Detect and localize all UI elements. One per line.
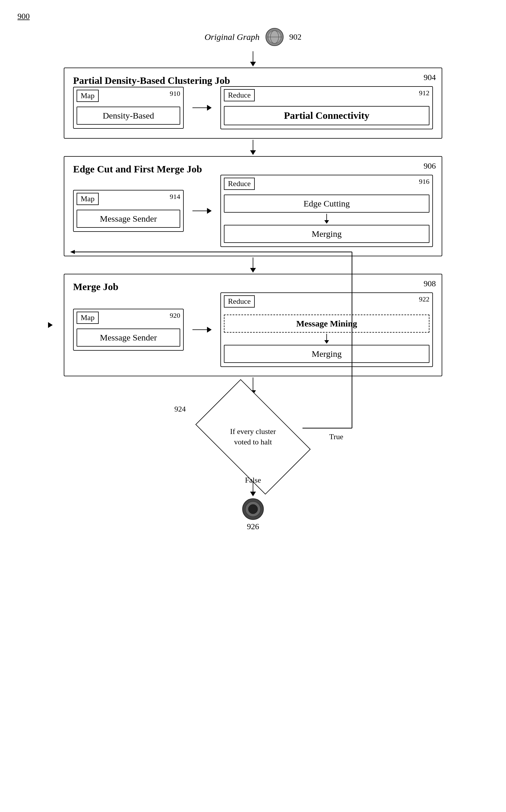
end-ref: 926	[247, 522, 259, 531]
job3-map-label: Map	[77, 312, 99, 324]
decision-ref: 924	[174, 405, 186, 414]
job3-map-inner: Message Sender	[77, 329, 180, 346]
job3-title: Merge Job	[73, 281, 118, 292]
start-circle-icon	[264, 27, 285, 47]
start-label: Original Graph	[204, 32, 259, 42]
job1-reduce-label: Reduce	[224, 89, 255, 101]
job3-map-reduce-row: Map 920 Message Sender Reduce 922 Messag…	[73, 293, 433, 367]
job2-map-box: Map 914 Message Sender	[73, 190, 184, 232]
job2-arrow-right	[192, 208, 212, 214]
flowchart: Original Graph 902 Partial Density-Based…	[64, 27, 442, 531]
job2-title: Edge Cut and First Merge Job	[73, 164, 202, 174]
decision-section: 924 If every cluster voted to halt True …	[64, 402, 442, 472]
job2-inner-arrow	[224, 214, 429, 224]
job1-box: Partial Density-Based Clustering Job 904…	[64, 68, 442, 139]
job1-reduce-ref: 912	[419, 89, 429, 97]
feedback-arrow-tip	[48, 322, 53, 328]
job3-map-ref: 920	[170, 312, 180, 320]
job1-reduce-inner: Partial Connectivity	[224, 106, 429, 125]
job3-reduce-box: Reduce 922 Message Mining Merging	[221, 293, 433, 367]
job1-reduce-box: Reduce 912 Partial Connectivity	[221, 86, 433, 129]
job3-reduce-ref: 922	[419, 295, 429, 303]
diagram-ref: 900	[17, 12, 489, 21]
job2-map-inner: Message Sender	[77, 210, 180, 228]
job2-reduce-ref: 916	[419, 178, 429, 185]
start-node: Original Graph 902	[204, 27, 301, 47]
job3-map-box: Map 920 Message Sender	[73, 309, 184, 351]
job1-map-reduce-row: Map 910 Density-Based Reduce 912 Partial…	[73, 86, 433, 129]
job1-map-box: Map 910 Density-Based	[73, 87, 184, 129]
job2-reduce-inner2: Merging	[224, 225, 429, 243]
job1-ref: 904	[424, 73, 436, 82]
job1-map-label: Map	[77, 90, 99, 102]
job2-reduce-label: Reduce	[224, 178, 255, 190]
job2-reduce-inner1: Edge Cutting	[224, 194, 429, 213]
end-node: 926	[241, 497, 265, 531]
job3-wrapper: Merge Job 908 Map 920 Message Sender Red…	[64, 274, 442, 376]
start-ref: 902	[289, 32, 302, 42]
arrow-job2-to-job3	[250, 257, 256, 272]
decision-true-label: True	[329, 432, 343, 441]
job1-map-inner: Density-Based	[77, 106, 180, 125]
job2-ref: 906	[424, 161, 436, 171]
arrow-job1-to-job2	[250, 140, 256, 155]
job1-arrow-right	[192, 105, 212, 111]
decision-text: If every cluster voted to halt	[230, 426, 276, 448]
job3-reduce-inner1: Message Mining	[224, 315, 429, 333]
job2-reduce-inner-stack: Edge Cutting Merging	[224, 194, 429, 243]
job3-reduce-inner2: Merging	[224, 345, 429, 363]
job3-ref: 908	[424, 279, 436, 288]
job2-box: Edge Cut and First Merge Job 906 Map 914…	[64, 156, 442, 256]
job2-map-ref: 914	[170, 193, 180, 201]
job3-inner-arrow	[224, 334, 429, 344]
job3-box: Merge Job 908 Map 920 Message Sender Red…	[64, 274, 442, 376]
job1-map-ref: 910	[170, 90, 180, 98]
decision-false-label: False	[245, 476, 261, 485]
svg-point-9	[248, 504, 258, 514]
end-circle-icon	[241, 497, 265, 521]
job3-reduce-label: Reduce	[224, 295, 255, 308]
job2-map-label: Map	[77, 193, 99, 205]
job3-reduce-inner-stack: Message Mining Merging	[224, 312, 429, 363]
decision-diamond-container: 924 If every cluster voted to halt True …	[195, 402, 311, 472]
arrow-start-to-job1	[250, 51, 256, 66]
job2-reduce-box: Reduce 916 Edge Cutting Merging	[221, 175, 433, 247]
job1-title: Partial Density-Based Clustering Job	[73, 75, 230, 86]
job3-arrow-right	[192, 327, 212, 333]
job2-map-reduce-row: Map 914 Message Sender Reduce 916 Edge C…	[73, 175, 433, 247]
